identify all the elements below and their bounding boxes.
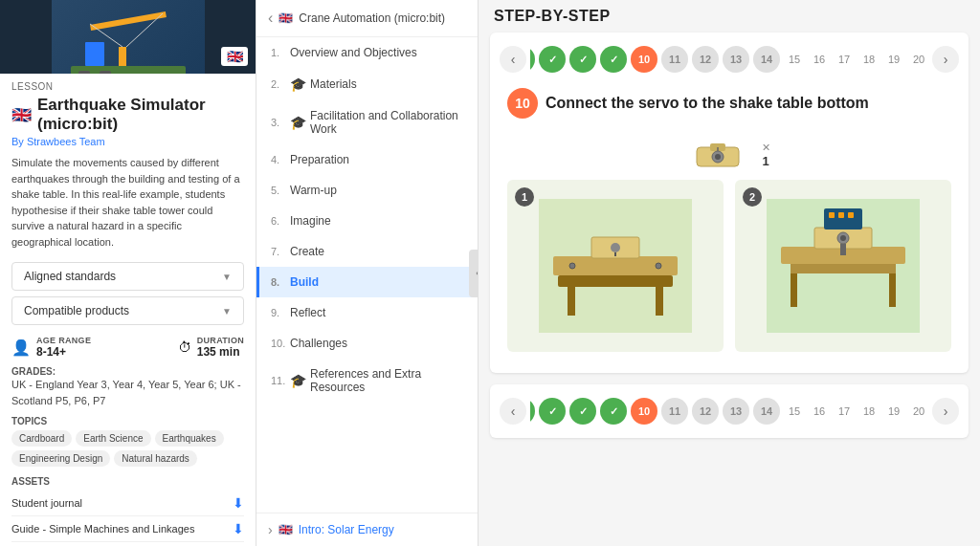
step-btn-check-b8[interactable]: ✓: [569, 398, 596, 425]
nav-item-7[interactable]: 7. Create: [256, 236, 478, 267]
step-btn-13[interactable]: 13: [723, 46, 749, 73]
duration-block: ⏱ DURATION 135 min: [178, 336, 244, 359]
nav-title: Crane Automation (micro:bit): [299, 11, 445, 25]
compatible-products-dropdown[interactable]: Compatible products ▼: [11, 296, 244, 325]
svg-rect-26: [791, 273, 797, 307]
step-btn-b12[interactable]: 12: [692, 398, 719, 425]
nav-item-label-2: Materials: [310, 77, 357, 91]
nav-item-label-11: References and Extra Resources: [310, 367, 466, 394]
step-num-15[interactable]: 15: [784, 51, 805, 68]
nav-item-2[interactable]: 2. 🎓 Materials: [256, 68, 478, 100]
step-image-1-svg: [539, 199, 692, 333]
lesson-icon-3: 🎓: [290, 115, 306, 130]
svg-rect-16: [656, 287, 663, 316]
next-flag: 🇬🇧: [278, 523, 293, 536]
crane-illustration: [71, 0, 186, 74]
prev-step-button-bottom[interactable]: ‹: [500, 398, 526, 425]
step-btn-12[interactable]: 12: [692, 46, 719, 73]
assets-label: ASSETS: [11, 476, 244, 487]
step-nav-container-bottom: ‹ ✓ ✓ ✓ ✓ ✓ ✓ ✓ ✓ ✓ 10 11 12 13 14 15 16…: [490, 384, 969, 438]
nav-item-3[interactable]: 3. 🎓 Facilitation and Collaboration Work: [256, 100, 478, 144]
step-btn-b14[interactable]: 14: [753, 398, 780, 425]
asset-label-journal: Student journal: [11, 497, 82, 509]
topics-tags: Cardboard Earth Science Earthquakes Engi…: [11, 430, 244, 467]
step-btn-check-6[interactable]: ✓: [530, 46, 535, 73]
step-num-17[interactable]: 17: [834, 51, 855, 68]
nav-item-8[interactable]: 8. Build: [256, 267, 478, 297]
tag-earth-science: Earth Science: [76, 430, 150, 447]
step-num-b19[interactable]: 19: [883, 403, 904, 420]
step-nav-bottom: ‹ ✓ ✓ ✓ ✓ ✓ ✓ ✓ ✓ ✓ 10 11 12 13 14 15 16…: [500, 394, 959, 428]
nav-flag: 🇬🇧: [278, 11, 293, 25]
back-arrow-icon[interactable]: ‹: [268, 10, 273, 27]
step-btn-check-b7[interactable]: ✓: [539, 398, 566, 425]
prev-step-button[interactable]: ‹: [500, 46, 526, 73]
step-btn-check-b9[interactable]: ✓: [600, 398, 627, 425]
lesson-description: Simulate the movements caused by differe…: [0, 155, 256, 259]
aligned-standards-dropdown[interactable]: Aligned standards ▼: [11, 262, 244, 291]
nav-item-1[interactable]: 1. Overview and Objectives: [256, 37, 478, 68]
assets-section: ASSETS Student journal ⬇ Guide - Simple …: [0, 470, 256, 546]
step-num-20[interactable]: 20: [908, 51, 928, 68]
step-num-b18[interactable]: 18: [858, 403, 880, 420]
lesson-image: 🇬🇧: [0, 0, 256, 74]
nav-item-label-3: Facilitation and Collaboration Work: [310, 109, 466, 136]
nav-item-label-9: Reflect: [290, 306, 325, 319]
svg-rect-15: [568, 287, 575, 316]
lesson-flag: 🇬🇧: [11, 105, 32, 125]
multiply-x-icon: ✕: [762, 142, 770, 154]
age-value: 8-14+: [36, 345, 91, 359]
nav-item-10[interactable]: 10. Challenges: [256, 328, 478, 359]
collapse-button[interactable]: ‹: [469, 250, 479, 297]
step-num-b20[interactable]: 20: [908, 403, 928, 420]
nav-item-label-6: Imagine: [290, 214, 331, 228]
lesson-title-text: Earthquake Simulator (micro:bit): [37, 96, 244, 134]
step-num-18[interactable]: 18: [858, 51, 880, 68]
download-icon-guide[interactable]: ⬇: [233, 521, 244, 536]
lesson-icon-2: 🎓: [290, 76, 306, 92]
clock-icon: ⏱: [178, 339, 191, 355]
step-visual: ✕ 1: [507, 130, 951, 180]
next-step-button-bottom[interactable]: ›: [932, 398, 959, 425]
step-num-16[interactable]: 16: [809, 51, 830, 68]
step-image-2: 2: [735, 180, 951, 352]
svg-rect-6: [78, 71, 90, 75]
svg-rect-33: [829, 212, 835, 218]
nav-item-label-10: Challenges: [290, 337, 347, 350]
nav-item-label-7: Create: [290, 245, 324, 258]
step-num-b16[interactable]: 16: [809, 403, 830, 420]
step-num-19[interactable]: 19: [883, 51, 904, 68]
step-btn-active[interactable]: 10: [631, 46, 657, 73]
svg-rect-14: [558, 275, 673, 287]
nav-item-11[interactable]: 11. 🎓 References and Extra Resources: [256, 359, 478, 403]
step-btn-check-b6[interactable]: ✓: [530, 398, 535, 425]
nav-item-6[interactable]: 6. Imagine: [256, 206, 478, 236]
nav-item-9[interactable]: 9. Reflect: [256, 297, 478, 328]
nav-item-4[interactable]: 4. Preparation: [256, 144, 478, 175]
step-btn-check-7[interactable]: ✓: [539, 46, 566, 73]
step-num-b15[interactable]: 15: [784, 403, 805, 420]
step-btn-check-9[interactable]: ✓: [600, 46, 627, 73]
svg-rect-34: [838, 212, 844, 218]
nav-item-5[interactable]: 5. Warm-up: [256, 175, 478, 206]
middle-panel: ‹ 🇬🇧 Crane Automation (micro:bit) 1. Ove…: [256, 0, 479, 546]
lesson-by: By Strawbees Team: [0, 136, 256, 155]
duration-label: DURATION: [197, 336, 244, 345]
multiply-count: 1: [762, 154, 768, 168]
author-link[interactable]: Strawbees Team: [27, 136, 105, 147]
step-btn-b11[interactable]: 11: [661, 398, 688, 425]
left-panel: 🇬🇧 LESSON 🇬🇧 Earthquake Simulator (micro…: [0, 0, 256, 546]
step-btn-check-8[interactable]: ✓: [569, 46, 596, 73]
step-btn-14[interactable]: 14: [753, 46, 780, 73]
step-nav-container-top: ‹ ✓ ✓ ✓ ✓ ✓ ✓ ✓ ✓ ✓ 10 11 12 13 14 15 16…: [490, 33, 969, 373]
svg-rect-31: [840, 244, 846, 255]
nav-next[interactable]: › 🇬🇧 Intro: Solar Energy: [256, 513, 478, 546]
step-num-b17[interactable]: 17: [834, 403, 855, 420]
nav-item-label-8: Build: [290, 275, 319, 289]
step-btn-11[interactable]: 11: [661, 46, 688, 73]
step-btn-active-bottom[interactable]: 10: [631, 398, 657, 425]
nav-next-label: Intro: Solar Energy: [299, 523, 394, 536]
download-icon-journal[interactable]: ⬇: [233, 495, 244, 511]
next-step-button[interactable]: ›: [932, 46, 959, 73]
step-btn-b13[interactable]: 13: [723, 398, 749, 425]
